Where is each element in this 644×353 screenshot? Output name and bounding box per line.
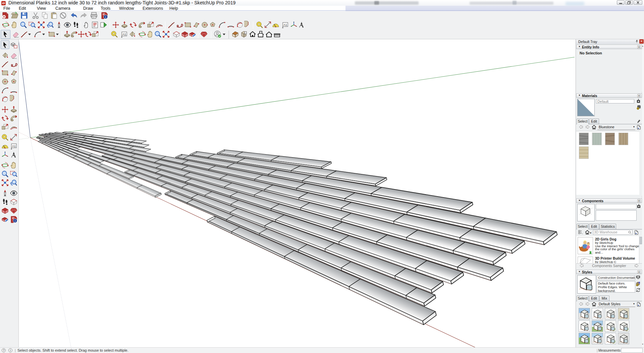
svg-text:A1: A1 (122, 33, 126, 36)
svg-text:A1: A1 (283, 23, 287, 27)
svg-text:A1: A1 (12, 144, 16, 148)
